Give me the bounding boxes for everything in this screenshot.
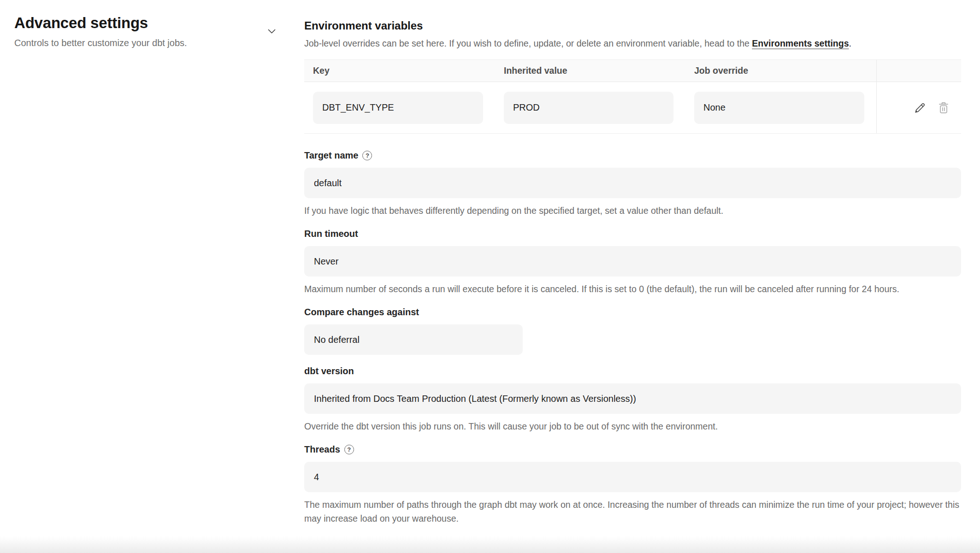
env-vars-title: Environment variables (304, 19, 961, 32)
help-icon[interactable]: ? (362, 151, 372, 160)
pencil-icon (914, 101, 927, 114)
trash-icon (938, 101, 950, 114)
target-name-help-text: If you have logic that behaves different… (304, 204, 961, 218)
run-timeout-input[interactable]: Never (304, 246, 961, 276)
table-row: DBT_ENV_TYPE PROD None (304, 82, 961, 134)
env-var-key-field: DBT_ENV_TYPE (313, 92, 483, 124)
dbt-version-input[interactable]: Inherited from Docs Team Production (Lat… (304, 383, 961, 414)
page-subtitle: Controls to better customize your dbt jo… (14, 37, 277, 48)
env-var-row-actions (876, 82, 961, 133)
compare-changes-label: Compare changes against (304, 306, 419, 318)
env-vars-table: Key Inherited value Job override DBT_ENV… (304, 59, 961, 134)
chevron-down-icon (268, 29, 276, 34)
env-vars-table-header: Key Inherited value Job override (304, 60, 961, 82)
env-var-job-override-field: None (694, 92, 864, 124)
help-icon[interactable]: ? (344, 445, 354, 454)
field-dbt-version: dbt version Inherited from Docs Team Pro… (304, 365, 961, 433)
column-header-inherited-value: Inherited value (495, 65, 685, 76)
page-title: Advanced settings (14, 14, 277, 32)
target-name-label: Target name (304, 149, 358, 161)
field-threads: Threads ? 4 The maximum number of paths … (304, 443, 961, 525)
field-run-timeout: Run timeout Never Maximum number of seco… (304, 228, 961, 296)
advanced-settings-panel: Advanced settings Controls to better cus… (14, 14, 277, 48)
advanced-settings-content: Environment variables Job-level override… (304, 0, 961, 525)
delete-env-var-button[interactable] (938, 101, 950, 114)
column-header-job-override: Job override (685, 65, 876, 76)
environments-settings-link[interactable]: Environments settings (752, 38, 849, 48)
column-header-key: Key (304, 65, 495, 76)
collapse-section-button[interactable] (266, 27, 277, 35)
dbt-version-label: dbt version (304, 365, 354, 377)
field-target-name: Target name ? default If you have logic … (304, 149, 961, 218)
target-name-input[interactable]: default (304, 168, 961, 198)
threads-label: Threads (304, 443, 340, 455)
env-vars-description: Job-level overrides can be set here. If … (304, 38, 961, 49)
bottom-scroll-fade (0, 536, 980, 553)
threads-input[interactable]: 4 (304, 462, 961, 492)
env-vars-description-period: . (849, 38, 851, 48)
run-timeout-help-text: Maximum number of seconds a run will exe… (304, 282, 961, 296)
run-timeout-label: Run timeout (304, 228, 358, 240)
env-vars-description-text: Job-level overrides can be set here. If … (304, 38, 752, 48)
env-var-inherited-value-field: PROD (504, 92, 673, 124)
column-header-actions (876, 60, 961, 82)
threads-help-text: The maximum number of paths through the … (304, 498, 961, 525)
dbt-version-help-text: Override the dbt version this job runs o… (304, 419, 961, 433)
edit-env-var-button[interactable] (914, 101, 927, 114)
compare-changes-input[interactable]: No deferral (304, 324, 523, 355)
field-compare-changes-against: Compare changes against No deferral (304, 306, 961, 355)
